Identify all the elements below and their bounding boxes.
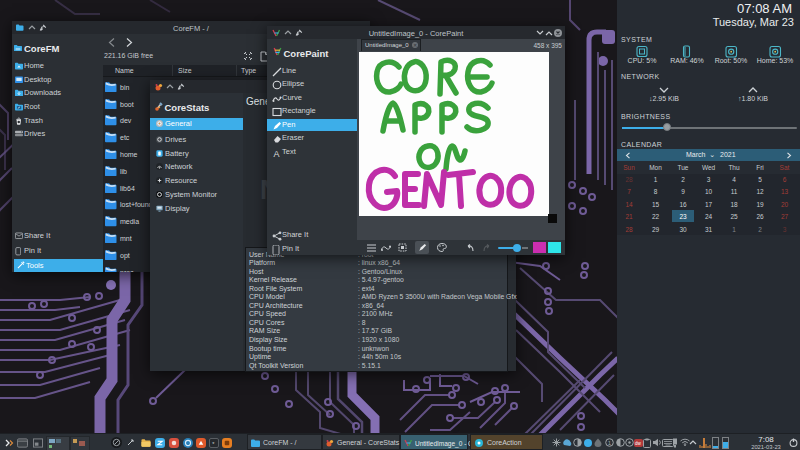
svg-text:dw: dw — [635, 441, 642, 446]
svg-text:A: A — [274, 148, 280, 158]
svg-text:*: * — [212, 441, 216, 448]
svg-text:1: 1 — [608, 440, 612, 446]
